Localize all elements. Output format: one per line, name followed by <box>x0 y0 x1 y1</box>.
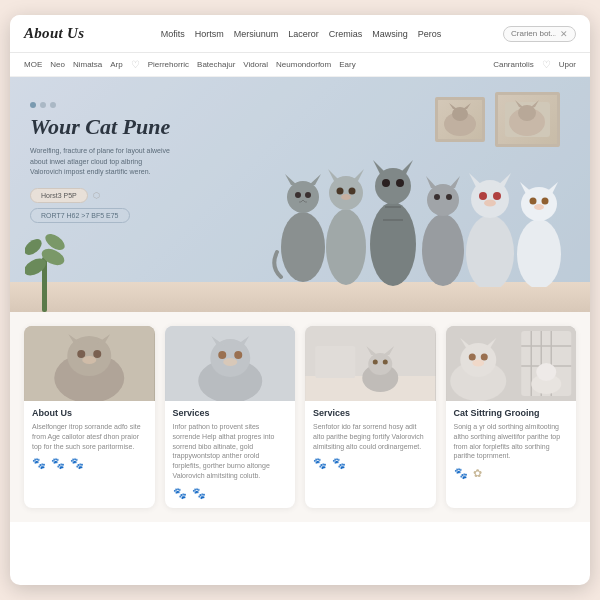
svg-point-21 <box>341 194 351 200</box>
sec-nav-3[interactable]: Nimatsa <box>73 60 102 69</box>
svg-point-69 <box>234 351 242 359</box>
svg-point-15 <box>326 209 366 285</box>
svg-point-9 <box>281 212 325 282</box>
card-about: About Us Alselfonger itrop sorrande adfo… <box>24 326 155 508</box>
card-3-icons: 🐾 🐾 <box>313 457 428 470</box>
card-4-icons: 🐾 ✿ <box>454 467 569 480</box>
heart-icon: ♡ <box>131 59 140 70</box>
dot-1[interactable] <box>30 102 36 108</box>
card-services-2: Services Senfotor ido far sorrend hosy a… <box>305 326 436 508</box>
card-1-title: About Us <box>32 408 147 418</box>
svg-point-68 <box>218 351 226 359</box>
svg-point-26 <box>382 179 390 187</box>
close-icon: ✕ <box>560 29 568 39</box>
hero-description: Worelfing, fracture of plane for layout … <box>30 146 170 178</box>
sec-nav-8[interactable]: Neumondorfom <box>276 60 331 69</box>
sec-nav-7[interactable]: Vidoral <box>243 60 268 69</box>
card-3-content: Services Senfotor ido far sorrend hosy a… <box>305 401 436 478</box>
svg-point-34 <box>434 194 440 200</box>
svg-rect-73 <box>315 346 355 378</box>
svg-point-13 <box>295 192 301 198</box>
hero-cta-outline[interactable]: RORT7 H62 >7 BF5 E75 <box>30 208 130 223</box>
sec-nav-9[interactable]: Eary <box>339 60 355 69</box>
nav-link-7[interactable]: Peros <box>418 29 442 39</box>
dot-2[interactable] <box>40 102 46 108</box>
plant-decoration <box>25 227 65 312</box>
svg-point-75 <box>368 353 392 375</box>
card-4-title: Cat Sittring Grooing <box>454 408 569 418</box>
card-4-text: Sonig a yr old sorthing almitooting alth… <box>454 422 569 461</box>
heart-icon-2: ♡ <box>542 59 551 70</box>
hero-cta-pill[interactable]: Horst3 P5P <box>30 188 88 203</box>
card-2-content: Services Infor pathon to provent sites s… <box>165 401 296 508</box>
paw-icon-2: 🐾 <box>51 457 65 470</box>
secondary-navigation: MOE Neo Nimatsa Arp ♡ Pierrehorric Batec… <box>10 53 590 77</box>
svg-point-41 <box>493 192 501 200</box>
hero-buttons: Horst3 P5P ⬡ RORT7 H62 >7 BF5 E75 <box>30 188 170 223</box>
svg-point-95 <box>472 360 484 367</box>
cat-photo-4 <box>446 326 577 401</box>
search-box[interactable]: ✕ <box>503 26 576 42</box>
card-4-content: Cat Sittring Grooing Sonig a yr old sort… <box>446 401 577 488</box>
paw-icon-4: 🐾 <box>173 487 187 500</box>
svg-point-47 <box>530 198 537 205</box>
svg-marker-24 <box>373 160 387 174</box>
card-1-icons: 🐾 🐾 🐾 <box>32 457 147 470</box>
paw-icon-7: 🐾 <box>332 457 346 470</box>
card-1-text: Alselfonger itrop sorrande adfo site fro… <box>32 422 147 451</box>
svg-point-43 <box>517 219 561 287</box>
svg-point-78 <box>373 360 378 365</box>
svg-point-42 <box>484 200 496 207</box>
svg-point-22 <box>370 202 416 286</box>
cat-photo-3 <box>305 326 436 401</box>
dot-3[interactable] <box>50 102 56 108</box>
nav-link-5[interactable]: Cremias <box>329 29 363 39</box>
hero-btn-2: RORT7 H62 >7 BF5 E75 <box>30 208 170 223</box>
svg-point-16 <box>329 176 363 210</box>
icon-placeholder-1: ⬡ <box>93 191 100 200</box>
card-services-1: Services Infor pathon to provent sites s… <box>165 326 296 508</box>
cat-group <box>270 102 580 287</box>
svg-point-62 <box>82 356 96 364</box>
nav-link-6[interactable]: Mawsing <box>372 29 408 39</box>
search-input[interactable] <box>511 29 556 38</box>
sec-nav-10[interactable]: Canrantolis <box>493 60 533 69</box>
nav-link-1[interactable]: Mofits <box>161 29 185 39</box>
svg-point-61 <box>93 350 101 358</box>
nav-link-4[interactable]: Laceror <box>288 29 319 39</box>
svg-point-30 <box>422 214 464 286</box>
sec-nav-6[interactable]: Batechajur <box>197 60 235 69</box>
svg-point-10 <box>287 181 319 213</box>
svg-point-94 <box>480 354 487 361</box>
svg-point-60 <box>77 350 85 358</box>
svg-point-14 <box>305 192 311 198</box>
nav-link-3[interactable]: Mersiunum <box>234 29 279 39</box>
svg-point-31 <box>427 184 459 216</box>
card-photo-1 <box>24 326 155 401</box>
card-1-content: About Us Alselfonger itrop sorrande adfo… <box>24 401 155 478</box>
svg-point-49 <box>534 204 544 210</box>
card-3-title: Services <box>313 408 428 418</box>
svg-point-36 <box>466 215 514 287</box>
cards-section: About Us Alselfonger itrop sorrande adfo… <box>10 312 590 522</box>
paw-icon-1: 🐾 <box>32 457 46 470</box>
hero-btn-1: Horst3 P5P ⬡ <box>30 188 170 203</box>
sec-nav-11[interactable]: Upor <box>559 60 576 69</box>
top-nav-links: Mofits Hortsm Mersiunum Laceror Cremias … <box>105 29 497 39</box>
svg-point-79 <box>383 360 388 365</box>
card-photo-4 <box>446 326 577 401</box>
nav-link-2[interactable]: Hortsm <box>195 29 224 39</box>
flower-icon: ✿ <box>473 467 482 480</box>
sec-nav-2[interactable]: Neo <box>50 60 65 69</box>
card-3-text: Senfotor ido far sorrend hosy adit alto … <box>313 422 428 451</box>
sec-nav-5[interactable]: Pierrehorric <box>148 60 189 69</box>
sec-nav-4[interactable]: Arp <box>110 60 122 69</box>
paw-icon-6: 🐾 <box>313 457 327 470</box>
svg-point-88 <box>536 363 556 381</box>
svg-point-27 <box>396 179 404 187</box>
svg-point-48 <box>542 198 549 205</box>
paw-icon-5: 🐾 <box>192 487 206 500</box>
site-logo[interactable]: About Us <box>24 25 99 42</box>
svg-marker-25 <box>399 160 413 174</box>
sec-nav-1[interactable]: MOE <box>24 60 42 69</box>
